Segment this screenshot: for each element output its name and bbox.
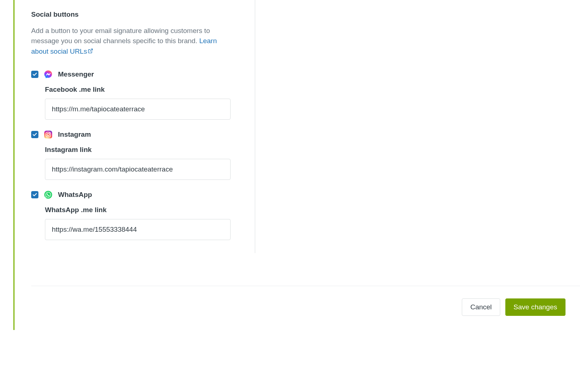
external-link-icon <box>88 46 93 57</box>
section-description: Add a button to your email signature all… <box>31 26 234 57</box>
messenger-link-input[interactable] <box>45 99 231 120</box>
whatsapp-icon <box>44 190 53 199</box>
whatsapp-label: WhatsApp <box>58 191 92 199</box>
messenger-label: Messenger <box>58 70 94 78</box>
whatsapp-checkbox[interactable] <box>31 191 38 198</box>
instagram-label: Instagram <box>58 131 91 139</box>
footer-actions: Cancel Save changes <box>31 286 580 316</box>
social-row-instagram: Instagram <box>31 130 234 139</box>
svg-point-4 <box>49 133 50 133</box>
instagram-icon <box>44 130 53 139</box>
whatsapp-link-label: WhatsApp .me link <box>45 206 234 214</box>
whatsapp-link-input[interactable] <box>45 219 231 240</box>
cancel-button[interactable]: Cancel <box>462 298 500 316</box>
instagram-link-label: Instagram link <box>45 146 234 154</box>
instagram-link-input[interactable] <box>45 159 231 180</box>
svg-line-0 <box>90 49 92 51</box>
social-row-whatsapp: WhatsApp <box>31 190 234 199</box>
social-row-messenger: Messenger <box>31 70 234 79</box>
description-text: Add a button to your email signature all… <box>31 27 210 45</box>
save-changes-button[interactable]: Save changes <box>505 298 566 316</box>
svg-rect-1 <box>44 131 52 139</box>
section-title: Social buttons <box>31 10 234 19</box>
instagram-checkbox[interactable] <box>31 131 38 138</box>
messenger-checkbox[interactable] <box>31 71 38 78</box>
messenger-link-label: Facebook .me link <box>45 86 234 94</box>
panel-divider <box>255 0 255 253</box>
active-section-indicator <box>13 0 14 330</box>
social-buttons-section: Social buttons Add a button to your emai… <box>31 10 234 240</box>
messenger-icon <box>44 70 53 79</box>
